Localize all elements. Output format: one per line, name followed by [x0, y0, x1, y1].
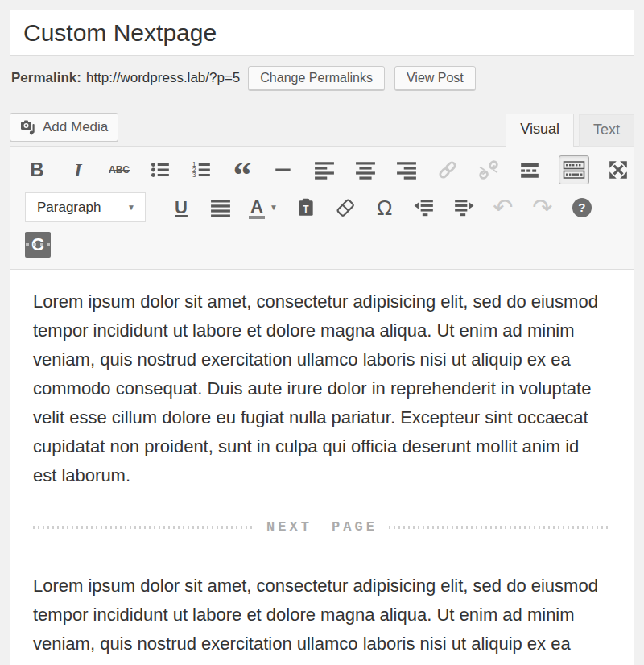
redo-button[interactable]: ↷ [530, 196, 555, 220]
help-button[interactable]: ? [570, 196, 594, 220]
post-editor-page: Permalink: http://wordpress.lab/?p=5 Cha… [10, 10, 634, 665]
change-permalinks-button[interactable]: Change Permalinks [248, 66, 385, 90]
toolbar-row-3: C [10, 225, 634, 261]
justify-button[interactable] [208, 196, 233, 220]
numbered-list-button[interactable]: 1 2 3 [189, 158, 213, 182]
nextpage-divider-line [33, 526, 255, 529]
editor-tools-bar: Add Media Visual Text [10, 113, 634, 146]
paste-as-text-icon: T [295, 197, 316, 218]
svg-text:T: T [303, 203, 309, 214]
redo-icon: ↷ [532, 196, 552, 220]
format-select-value: Paragraph [37, 200, 101, 216]
underline-button[interactable]: U [169, 196, 193, 220]
omega-icon: Ω [377, 197, 392, 218]
indent-icon [453, 197, 474, 218]
toolbar-toggle-button[interactable] [559, 155, 589, 184]
add-media-icon [20, 119, 36, 135]
content-paragraph-1: Lorem ipsum dolor sit amet, consectetur … [33, 287, 606, 490]
editor-mode-tabs: Visual Text [501, 114, 634, 146]
bold-icon: B [30, 160, 43, 180]
chevron-down-icon: ▼ [127, 203, 135, 212]
underline-icon: U [175, 199, 188, 217]
view-post-button[interactable]: View Post [394, 66, 476, 90]
align-left-button[interactable] [312, 158, 336, 182]
horizontal-rule-icon [273, 159, 294, 180]
tab-visual[interactable]: Visual [506, 114, 574, 147]
text-color-icon: A [249, 198, 265, 219]
numbered-list-icon: 1 2 3 [191, 159, 212, 180]
permalink-url: http://wordpress.lab/?p=5 [86, 70, 240, 86]
add-media-label: Add Media [43, 119, 108, 135]
remove-link-button[interactable] [477, 158, 501, 182]
add-media-button[interactable]: Add Media [10, 113, 118, 142]
outdent-icon [414, 197, 435, 218]
paragraph-format-select[interactable]: Paragraph ▼ [25, 192, 146, 222]
content-paragraph-2: Lorem ipsum dolor sit amet, consectetur … [33, 572, 606, 665]
svg-text:3: 3 [192, 171, 196, 179]
distraction-free-button[interactable] [606, 158, 630, 182]
remove-link-icon [478, 159, 499, 180]
align-center-icon [355, 159, 376, 180]
undo-button[interactable]: ↶ [491, 196, 515, 220]
align-center-button[interactable] [353, 158, 378, 182]
nextpage-divider-line [389, 526, 611, 529]
post-title-input[interactable] [10, 10, 634, 56]
outdent-button[interactable] [412, 196, 436, 220]
clear-formatting-button[interactable] [333, 196, 357, 220]
align-left-icon [314, 159, 335, 180]
strikethrough-button[interactable]: ABC [107, 158, 131, 182]
insert-more-tag-button[interactable] [518, 158, 542, 182]
paste-as-text-button[interactable]: T [294, 196, 318, 220]
tab-text[interactable]: Text [579, 114, 634, 147]
insert-link-button[interactable] [436, 158, 460, 182]
permalink-label: Permalink: [11, 70, 81, 86]
help-icon: ? [572, 198, 592, 217]
horizontal-rule-button[interactable] [271, 158, 295, 182]
nextpage-divider-label: NEXT PAGE [266, 519, 378, 535]
bold-button[interactable]: B [25, 158, 49, 182]
blockquote-button[interactable]: “ [230, 158, 254, 182]
italic-button[interactable]: I [66, 158, 90, 182]
justify-icon [210, 197, 231, 218]
camera-music-note-icon [20, 119, 36, 135]
editor-toolbar: B I ABC 1 2 [10, 147, 634, 270]
nextpage-divider: NEXT PAGE [33, 519, 611, 535]
toolbar-toggle-icon [563, 159, 585, 180]
fullscreen-expand-icon [608, 159, 629, 180]
italic-icon: I [74, 160, 81, 180]
more-tag-icon [519, 159, 540, 180]
chevron-down-icon: ▼ [270, 203, 278, 212]
toolbar-row-1: B I ABC 1 2 [10, 152, 634, 188]
custom-nextpage-button[interactable]: C [25, 232, 51, 258]
align-right-icon [396, 159, 417, 180]
strikethrough-icon: ABC [109, 165, 130, 175]
align-right-button[interactable] [394, 158, 419, 182]
nextpage-break-icon: C [31, 234, 44, 255]
indent-button[interactable] [452, 196, 476, 220]
undo-icon: ↶ [493, 196, 513, 220]
toolbar-row-2: Paragraph ▼ U A ▼ [10, 188, 634, 225]
special-character-button[interactable]: Ω [373, 196, 397, 220]
permalink-row: Permalink: http://wordpress.lab/?p=5 Cha… [11, 66, 634, 90]
eraser-icon [335, 197, 356, 218]
insert-link-icon [437, 159, 458, 180]
bulleted-list-button[interactable] [148, 158, 172, 182]
blockquote-icon: “ [233, 160, 252, 180]
editor-content-area[interactable]: Lorem ipsum dolor sit amet, consectetur … [10, 270, 634, 665]
bulleted-list-icon [150, 159, 171, 180]
text-color-button[interactable]: A ▼ [248, 196, 279, 220]
editor-container: B I ABC 1 2 [10, 146, 634, 665]
